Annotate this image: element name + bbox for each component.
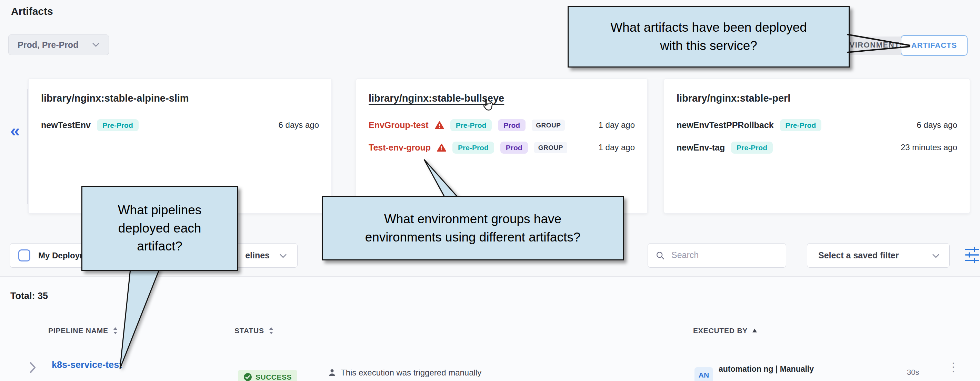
artifact-card: library/nginx:stable-perl newEnvTestPPRo… <box>664 79 970 214</box>
user-icon <box>328 368 337 377</box>
sort-asc-icon <box>752 328 757 333</box>
saved-filter-dropdown[interactable]: Select a saved filter <box>807 243 950 268</box>
column-header-pipeline-name[interactable]: PIPELINE NAME <box>48 327 118 335</box>
my-deployments-label: My Deploym <box>38 244 87 267</box>
column-header-status[interactable]: STATUS <box>234 327 274 335</box>
column-header-executed-by[interactable]: EXECUTED BY <box>693 327 757 335</box>
environment-name: newEnv-tag <box>676 143 725 152</box>
deploy-time: 6 days ago <box>917 118 957 132</box>
search-input[interactable] <box>671 244 778 266</box>
artifact-title[interactable]: library/nginx:stable-perl <box>676 93 790 104</box>
page-title: Artifacts <box>11 5 53 17</box>
environment-group-link[interactable]: EnvGroup-test <box>369 120 429 130</box>
panel-divider <box>27 89 28 204</box>
chevron-down-icon <box>932 254 940 258</box>
search-box <box>648 243 786 268</box>
filter-sliders-icon[interactable] <box>964 246 980 264</box>
collapse-panel-button[interactable]: « <box>10 122 20 139</box>
deploy-time: 1 day ago <box>599 140 635 155</box>
artifacts-page: Artifacts Prod, Pre-Prod ENVIRONMENTS AR… <box>0 0 980 381</box>
avatar: AN <box>694 367 713 381</box>
trigger-note: This execution was triggered manually <box>328 368 481 378</box>
deploy-time: 1 day ago <box>599 118 635 132</box>
group-badge: GROUP <box>534 142 567 153</box>
deploy-time: 6 days ago <box>278 118 319 132</box>
environment-row: EnvGroup-test Pre-Prod Prod GROUP <box>369 118 565 132</box>
environment-group-link[interactable]: Test-env-group <box>369 143 431 152</box>
total-count: Total: 35 <box>10 291 48 302</box>
pipelines-dropdown-label: elines <box>245 251 270 260</box>
preprod-badge: Pre-Prod <box>452 141 494 154</box>
environment-row: newTestEnv Pre-Prod <box>41 118 138 132</box>
success-check-icon <box>243 373 252 381</box>
column-label: PIPELINE NAME <box>48 327 108 335</box>
environment-row: newEnvTestPPRollback Pre-Prod <box>676 118 821 132</box>
artifact-title[interactable]: library/nginx:stable-alpine-slim <box>41 93 189 104</box>
environment-type-value: Prod, Pre-Prod <box>18 40 92 50</box>
preprod-badge: Pre-Prod <box>97 119 138 131</box>
preprod-badge: Pre-Prod <box>450 119 492 131</box>
preprod-badge: Pre-Prod <box>780 119 822 131</box>
environment-type-dropdown[interactable]: Prod, Pre-Prod <box>8 35 109 55</box>
trigger-note-text: This execution was triggered manually <box>341 368 481 378</box>
pipeline-link[interactable]: k8s-service-test <box>52 360 122 370</box>
callout-pipelines-pointer <box>114 269 165 371</box>
chevron-down-icon <box>92 42 100 47</box>
prod-badge: Prod <box>498 119 525 131</box>
chevron-down-icon <box>279 254 287 258</box>
my-deployments-checkbox[interactable] <box>18 249 30 262</box>
deploy-time: 23 minutes ago <box>901 140 957 155</box>
environment-row: Test-env-group Pre-Prod Prod GROUP <box>369 140 567 155</box>
group-badge: GROUP <box>532 119 565 131</box>
preprod-badge: Pre-Prod <box>731 141 773 154</box>
environment-row: newEnv-tag Pre-Prod <box>676 140 773 155</box>
saved-filter-value: Select a saved filter <box>818 244 899 267</box>
status-label: SUCCESS <box>256 373 292 381</box>
callout-pipelines-question: What pipelines deployed each artifact? <box>81 186 238 271</box>
column-label: EXECUTED BY <box>693 327 748 335</box>
warning-icon <box>435 121 444 130</box>
status-badge: SUCCESS <box>238 370 297 381</box>
column-label: STATUS <box>234 327 264 335</box>
expand-row-chevron-icon[interactable] <box>29 362 37 373</box>
callout-artifacts-pointer <box>846 32 914 56</box>
hand-cursor-icon <box>480 98 495 114</box>
callout-artifacts-question: What artifacts have been deployed with t… <box>568 6 850 68</box>
warning-icon <box>437 143 446 152</box>
artifact-card: library/nginx:stable-bullseye EnvGroup-t… <box>356 79 648 214</box>
pipelines-dropdown[interactable]: elines <box>245 244 270 267</box>
environment-name: newEnvTestPPRollback <box>676 120 774 130</box>
search-icon <box>655 251 665 260</box>
prod-badge: Prod <box>500 141 528 154</box>
duration: 30s <box>907 368 919 377</box>
sort-icon <box>268 327 274 335</box>
executed-by-text: automation ng | Manually <box>719 365 814 374</box>
environment-name: newTestEnv <box>41 120 91 130</box>
callout-envgroups-pointer <box>420 157 461 199</box>
callout-envgroups-question: What environment groups have environment… <box>322 196 624 260</box>
row-menu-icon[interactable]: ⋮ <box>948 361 959 373</box>
